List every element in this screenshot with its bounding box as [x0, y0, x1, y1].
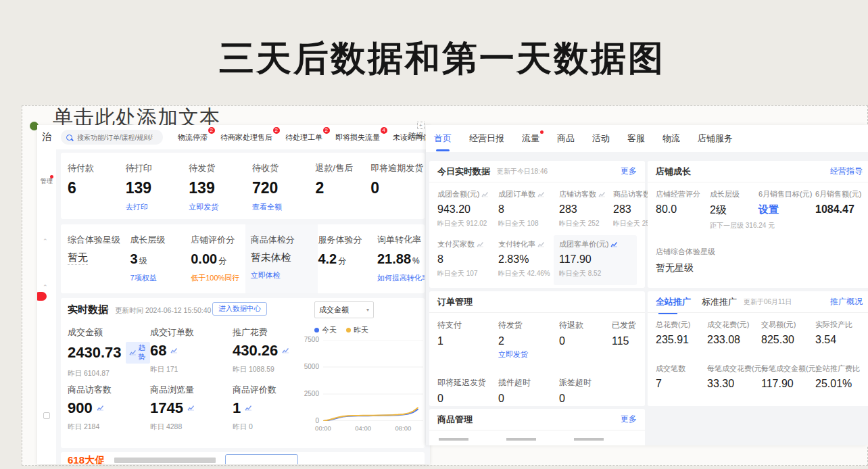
- tab-activity[interactable]: 活动: [592, 132, 610, 145]
- stat-label: 即将逾期发货: [370, 162, 425, 174]
- tab-home[interactable]: 首页: [434, 132, 452, 145]
- stat-link[interactable]: 立即体检: [251, 270, 318, 280]
- chart-metric-select[interactable]: 成交金额▾: [314, 301, 374, 318]
- promotion-panel: 全站推广 标准推广 更新于06月11日 推广概况 总花费(元)235.91 成交…: [648, 291, 868, 406]
- search-box[interactable]: [61, 130, 163, 145]
- clipped-text: [439, 438, 468, 441]
- topnav-item-logistics[interactable]: 物流停滞2: [178, 132, 208, 143]
- tab-standard-promo[interactable]: 标准推广: [702, 296, 737, 308]
- crossborder-label[interactable]: 跨境: [408, 131, 424, 141]
- trend-icon[interactable]: [245, 405, 253, 412]
- stat-link[interactable]: 立即发货: [189, 202, 252, 212]
- todo-stat: 退款/售后2: [316, 162, 371, 219]
- trend-icon: [537, 191, 545, 197]
- metric-cell: 总花费(元)235.91: [656, 320, 707, 346]
- topnav-item-traffic-loss[interactable]: 即将损失流量4: [335, 132, 380, 143]
- topnav-item-aftersale[interactable]: 待商家处理售后2: [220, 132, 272, 143]
- more-link[interactable]: 更多: [621, 166, 637, 177]
- badge: 2: [208, 127, 215, 134]
- trend-icon: [598, 191, 606, 197]
- legend-today[interactable]: 今天: [314, 325, 337, 335]
- tab-service[interactable]: 客服: [627, 132, 645, 145]
- todo-stat: 待发货139立即发货: [189, 162, 252, 219]
- tab-goods[interactable]: 商品: [557, 132, 575, 145]
- right-body: 今日实时数据 更新于今日18:46 更多 成团金额(元)943.20昨日全天 9…: [426, 152, 868, 445]
- stat-label: 退款/售后: [316, 162, 371, 174]
- stat-link[interactable]: 查看全额: [252, 202, 316, 212]
- todo-card: 待付款6 待打印139去打印 待发货139立即发货 待收货720查看全额 退款/…: [61, 153, 425, 219]
- trend-icon[interactable]: [282, 347, 290, 354]
- y-axis-tick: 0: [297, 417, 319, 424]
- clipped-text: [506, 438, 536, 441]
- stat-label: 待收货: [252, 162, 316, 174]
- metric-cell: 每笔成交金额(元)117.90: [761, 364, 815, 390]
- metric-cell: 推广花费430.26昨日 1088.59: [233, 326, 308, 384]
- set-target-link[interactable]: 设置: [758, 203, 815, 216]
- data-center-button[interactable]: 进入数据中心: [212, 302, 267, 316]
- stat-label: 综合体验星级: [68, 234, 130, 246]
- trend-icon: [129, 349, 137, 356]
- exp-stat: 询单转化率21.88%如何提高转化率: [377, 224, 425, 293]
- promo-text-clipped: [114, 458, 216, 463]
- promo-button-clipped[interactable]: [225, 454, 298, 464]
- stat-value: 139: [189, 179, 252, 197]
- sidebar-icon[interactable]: [43, 412, 50, 419]
- stat-label: 待打印: [126, 162, 189, 174]
- stat-label: 询单转化率: [377, 234, 425, 246]
- page-title: 三天后数据和第一天数据图: [8, 35, 868, 82]
- chevron-up-icon[interactable]: ⌃: [43, 238, 48, 245]
- logo-fragment: 治: [42, 131, 51, 143]
- metric-cell: 成交笔数7: [656, 364, 707, 390]
- metric-cell: 即将延迟发货0: [437, 377, 498, 405]
- metric-cell: 成团订单数8昨日全天 108: [498, 189, 559, 228]
- guidance-link[interactable]: 经营指导: [830, 166, 863, 177]
- notification-dot: [540, 130, 544, 134]
- trend-icon[interactable]: [187, 405, 195, 412]
- promo-overview-link[interactable]: 推广概况: [830, 296, 863, 307]
- ship-now-link[interactable]: 立即发货: [498, 350, 528, 358]
- stat-link[interactable]: 去打印: [126, 202, 189, 212]
- metric-cell: 成交花费(元)233.08: [707, 320, 761, 346]
- stat-value: 2: [316, 179, 371, 197]
- x-axis-tick: 00:00: [313, 424, 333, 432]
- search-input[interactable]: [76, 133, 154, 142]
- todo-stat: 待打印139去打印: [126, 162, 189, 219]
- trend-icon[interactable]: [170, 347, 178, 354]
- legend-yesterday[interactable]: 昨天: [346, 325, 368, 335]
- metric-cell: 交易额(元)825.30: [761, 320, 815, 346]
- order-management-panel: 订单管理 待支付1 待发货2立即发货 待退款0 已发货115 即将延迟发货0 揽…: [429, 291, 645, 406]
- more-link[interactable]: 更多: [621, 414, 637, 425]
- tab-shop-service[interactable]: 店铺服务: [698, 132, 733, 145]
- topnav-item-ticket[interactable]: 待处理工单2: [285, 132, 322, 143]
- metric-cell: 成交订单数68昨日 171: [150, 326, 233, 384]
- trend-icon: [477, 241, 484, 247]
- stat-link[interactable]: 7项权益: [130, 273, 191, 283]
- stat-value: 0.00: [191, 251, 217, 266]
- panel-title: 订单管理: [437, 296, 473, 308]
- tab-logistics[interactable]: 物流: [662, 132, 680, 145]
- goods-clipped-row: [429, 430, 645, 441]
- left-dashboard-screenshot: 治 物流停滞2 待商家处理售后2 待处理工单2 即将损失流量4 未读站内信68 …: [37, 125, 430, 464]
- slide-stage: 三天后数据和第一天数据图 单击此处添加文本 治 物流停滞2 待商家处理售后2 待…: [0, 0, 868, 469]
- trend-icon[interactable]: [97, 405, 105, 412]
- realtime-chart-plot: [323, 340, 423, 421]
- tab-sitewide-promo[interactable]: 全站推广: [656, 296, 691, 308]
- x-axis-tick: 08:00: [393, 424, 413, 432]
- metric-cell-highlight: 成团客单价(元)117.90昨日全天 8.52: [559, 239, 637, 285]
- stat-label: 服务体验分: [318, 234, 377, 246]
- panel-title: 店铺成长: [656, 166, 691, 178]
- metric-cell: 店铺访客数283昨日全天 252: [559, 189, 613, 228]
- metric-cell: 已发货115: [612, 320, 637, 360]
- stat-link[interactable]: 如何提高转化率: [377, 273, 425, 283]
- sidebar-notification-dot: [50, 175, 53, 178]
- tab-traffic[interactable]: 流量: [522, 132, 539, 145]
- stat-link[interactable]: 低于100%同行: [191, 273, 251, 283]
- tab-daily-report[interactable]: 经营日报: [469, 132, 504, 145]
- metric-cell: 支付转化率2.83%昨日全天 42.46%: [498, 239, 559, 285]
- metric-cell: 6月销售额(元)1084.47: [815, 189, 863, 230]
- x-axis-tick: 04:00: [353, 424, 373, 432]
- left-topbar: 治 物流停滞2 待商家处理售后2 待处理工单2 即将损失流量4 未读站内信68: [37, 125, 430, 149]
- chevron-up-icon[interactable]: ⌃: [43, 284, 48, 291]
- trend-badge[interactable]: 趋势: [126, 342, 150, 364]
- stat-value: 0: [370, 179, 425, 197]
